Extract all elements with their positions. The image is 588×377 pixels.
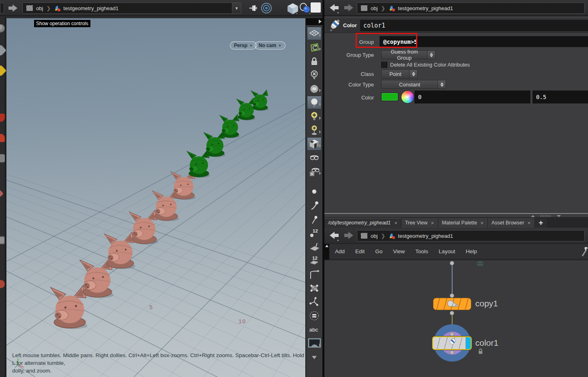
menu-add[interactable]: Add [335, 248, 345, 254]
breadcrumb-node[interactable]: testgeometry_pighead1 [385, 5, 456, 12]
breadcrumb-node[interactable]: testgeometry_pighead1 [51, 5, 122, 12]
point-pin-icon[interactable] [307, 212, 322, 226]
wrench-icon[interactable] [582, 246, 588, 258]
snap-rotate-icon[interactable] [307, 41, 322, 54]
delete-color-attrs-checkbox[interactable] [381, 62, 387, 68]
menu-layout[interactable]: Layout [439, 248, 455, 254]
lock-icon[interactable] [307, 54, 322, 68]
color-node-label[interactable]: color1 [475, 338, 498, 348]
radial-menu-icon[interactable] [260, 2, 273, 14]
snapshot-cube-icon[interactable] [286, 2, 299, 15]
color-wheel-icon[interactable] [401, 91, 414, 103]
parameters-panel: Color color1 Group @copynum>5 Group Type… [324, 16, 588, 213]
pane-tab[interactable]: Material Palette✕ [438, 218, 488, 228]
class-dropdown[interactable]: Point [381, 69, 418, 78]
menu-help[interactable]: Help [466, 248, 477, 254]
add-light-icon[interactable] [307, 110, 322, 123]
pin-tab-icon[interactable] [247, 3, 259, 13]
clipped-shelf-icon[interactable] [0, 154, 5, 162]
point-numbers-icon[interactable]: 12 [307, 226, 322, 239]
pane-splitter[interactable] [324, 213, 588, 217]
menu-view[interactable]: View [393, 248, 405, 254]
headlight-icon[interactable] [307, 82, 322, 95]
node-color1[interactable] [432, 336, 472, 350]
lights-off-icon[interactable] [307, 68, 322, 82]
copy-output-dot[interactable] [450, 311, 454, 315]
text-overlay-icon[interactable]: abc [307, 323, 322, 336]
copy-input-dot[interactable] [450, 293, 454, 298]
menu-scroll-column[interactable] [324, 244, 329, 260]
viewport-layout-icon[interactable] [307, 336, 322, 350]
forward-arrow-icon[interactable] [343, 231, 355, 241]
grid-plane-icon[interactable] [307, 27, 322, 40]
show-points-icon[interactable] [307, 185, 322, 198]
color-scheme-swatch[interactable] [311, 2, 321, 13]
breadcrumb[interactable]: obj ❯ testgeometry_pighead1 [357, 2, 585, 14]
clipped-shelf-icon[interactable] [0, 24, 5, 32]
wire-input-dot[interactable] [450, 261, 454, 265]
color-input-dot[interactable] [450, 332, 454, 336]
clipped-shelf-icon[interactable] [0, 190, 4, 198]
breadcrumb-chevron: ❯ [46, 5, 51, 11]
close-tab-icon[interactable]: ✕ [431, 221, 434, 225]
menu-go[interactable]: Go [375, 248, 382, 254]
clipped-shelf-icon[interactable] [0, 114, 5, 122]
camera-select-button[interactable]: No cam▼ [255, 41, 285, 50]
copy-node-label[interactable]: copy1 [475, 299, 498, 308]
breadcrumb[interactable]: obj ❯ testgeometry_pighead1 [357, 230, 585, 241]
close-tab-icon[interactable]: ✕ [394, 221, 397, 225]
prim-normals-icon[interactable] [307, 240, 322, 253]
new-tab-button[interactable]: + [535, 218, 547, 228]
show-hulls-icon[interactable] [307, 281, 322, 295]
breadcrumb-obj[interactable]: obj [23, 5, 46, 11]
back-arrow-icon[interactable] [328, 3, 340, 14]
pane-tab[interactable]: Asset Browser✕ [488, 218, 535, 228]
normal-lights-icon[interactable] [307, 96, 322, 109]
menu-edit[interactable]: Edit [355, 248, 365, 254]
profile-curves-icon[interactable] [307, 267, 322, 281]
scroll-down-icon[interactable] [307, 350, 322, 364]
color-swatch[interactable] [381, 93, 398, 101]
breadcrumb[interactable]: obj ❯ testgeometry_pighead1 ▼ [22, 2, 241, 14]
clipped-shelf-icon[interactable] [0, 134, 5, 142]
scene-viewport[interactable]: 510 Persp▼ No cam▼ Left mouse tumbles. M… [6, 18, 305, 377]
color-output-dot[interactable] [450, 350, 454, 355]
forward-arrow-icon[interactable] [7, 3, 19, 13]
back-arrow-icon[interactable] [328, 231, 340, 242]
prim-numbers-icon[interactable]: 12 [307, 254, 322, 267]
add-area-light-icon[interactable] [307, 123, 322, 137]
close-tab-icon[interactable]: ✕ [528, 221, 531, 225]
shade-cube-icon[interactable] [307, 137, 322, 151]
camera-persp-button[interactable]: Persp▼ [230, 41, 257, 50]
pane-tab[interactable]: /obj/testgeometry_pighead1✕ [324, 218, 401, 228]
color-g-input[interactable]: 0.5 [532, 90, 588, 103]
breadcrumb-node[interactable]: testgeometry_pighead1 [385, 233, 456, 239]
menu-tools[interactable]: Tools [415, 248, 428, 254]
group-type-dropdown[interactable]: Guess from Group [381, 50, 436, 59]
smooth-shade-icon[interactable] [307, 151, 322, 164]
clipped-shelf-icon[interactable] [0, 280, 5, 288]
spinner-icon[interactable] [409, 70, 417, 78]
color-r-input[interactable]: 0 [414, 90, 530, 103]
capture-regions-icon[interactable] [307, 309, 322, 322]
select-geometry-icon[interactable] [298, 2, 311, 15]
smooth-shade-anim-icon[interactable] [307, 165, 322, 178]
network-editor-canvas[interactable]: copy1 color1 [324, 261, 588, 377]
node-copy1[interactable] [433, 298, 471, 310]
toolbar-overflow[interactable] [306, 18, 322, 25]
breadcrumb-obj[interactable]: obj [357, 5, 381, 11]
close-tab-icon[interactable]: ✕ [481, 221, 484, 225]
clipped-shelf-icon[interactable] [0, 65, 6, 76]
node-name-field[interactable]: color1 [360, 20, 588, 31]
breadcrumb-obj[interactable]: obj [357, 233, 381, 239]
color-type-dropdown[interactable]: Constant [381, 80, 446, 89]
forward-arrow-icon[interactable] [343, 3, 355, 13]
point-trail-icon[interactable] [307, 198, 322, 212]
clipped-shelf-icon[interactable] [0, 45, 6, 56]
point-normals-icon[interactable] [307, 295, 322, 308]
breadcrumb-dropdown-button[interactable]: ▼ [232, 3, 241, 13]
spinner-icon[interactable] [438, 80, 446, 88]
pane-tab[interactable]: Tree View✕ [401, 218, 438, 228]
spinner-icon[interactable] [427, 51, 435, 59]
clipped-shelf-icon[interactable] [0, 236, 5, 244]
